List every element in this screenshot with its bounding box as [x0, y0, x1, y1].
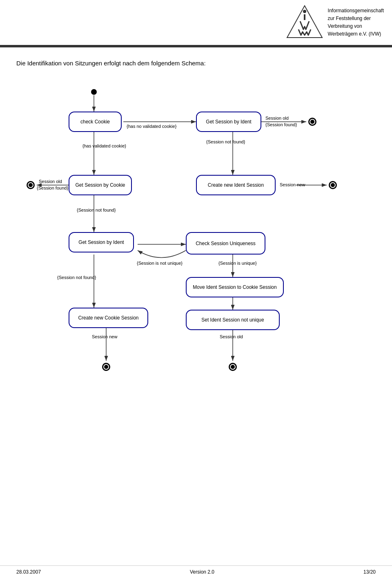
node-check-cookie: check Cookie	[69, 112, 122, 132]
label-session-not-unique: {Session is not unique}	[137, 261, 183, 266]
svg-point-1	[303, 10, 306, 13]
node-get-session-ident-top: Get Session by Ident	[196, 112, 261, 132]
footer: 28.03.2007 Version 2.0 13/20	[0, 565, 392, 575]
ivw-logo	[286, 4, 323, 41]
diagram-container: check Cookie Get Session by Ident Sessio…	[16, 75, 376, 504]
end-dot-bottom-right	[229, 363, 237, 371]
label-has-validated-cookie: {has validated cookie}	[82, 143, 126, 148]
footer-version: Version 2.0	[190, 569, 214, 575]
svg-rect-2	[304, 14, 305, 20]
header: Informationsgemeinschaft zur Feststellun…	[0, 0, 392, 47]
end-dot-left	[27, 181, 35, 189]
node-get-session-cookie: Get Session by Cookie	[69, 175, 132, 195]
label-session-old-left: Session old	[39, 179, 62, 184]
header-text: Informationsgemeinschaft zur Feststellun…	[328, 7, 384, 38]
label-session-old-bottom: Session old	[220, 334, 243, 339]
label-session-not-found-lower: {Session not found}	[57, 275, 96, 280]
end-dot-right	[329, 181, 337, 189]
node-set-ident-session: Set Ident Session not unique	[186, 310, 280, 330]
label-session-is-unique: {Session is unique}	[218, 261, 257, 266]
label-session-found-top-right: {Session found}	[265, 122, 297, 127]
footer-date: 28.03.2007	[16, 569, 41, 575]
node-create-cookie-session: Create new Cookie Session	[69, 308, 148, 328]
label-session-not-found-top-right: {Session not found}	[206, 139, 245, 144]
node-get-session-ident-mid: Get Session by Ident	[69, 232, 134, 252]
start-dot	[91, 89, 97, 95]
node-move-ident-session: Move Ident Session to Cookie Session	[186, 277, 284, 297]
page-title: Die Identifikation von Sitzungen erfolgt…	[16, 60, 392, 67]
header-logo: Informationsgemeinschaft zur Feststellun…	[286, 4, 384, 41]
end-dot-top-right	[308, 118, 316, 126]
label-session-found-left: {Session found}	[37, 185, 68, 190]
node-check-session-uniqueness: Check Session Uniqueness	[186, 232, 265, 255]
label-no-validated-cookie: {has no validated cookie}	[127, 124, 176, 129]
footer-page: 13/20	[363, 569, 376, 575]
label-session-old-top-right: Session old	[265, 116, 289, 121]
label-session-not-found-mid: {Session not found}	[77, 208, 116, 212]
node-create-ident-session: Create new Ident Session	[196, 175, 276, 195]
label-session-new-right: Session new	[280, 182, 305, 187]
label-session-new-bottom: Session new	[92, 334, 117, 339]
end-dot-bottom-left	[102, 363, 110, 371]
